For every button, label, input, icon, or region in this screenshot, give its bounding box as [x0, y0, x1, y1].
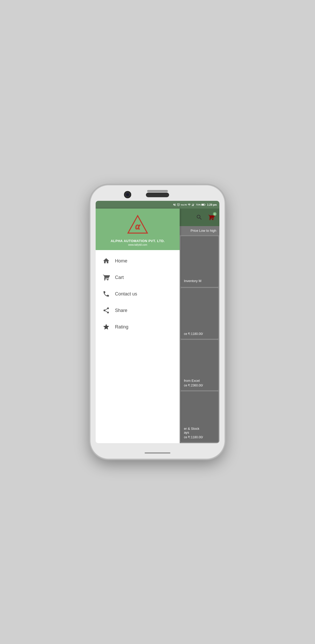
- app-content: α ALPHA AUTOMATION PVT. LTD. www.tallytd…: [96, 209, 219, 443]
- sidebar-drawer: α ALPHA AUTOMATION PVT. LTD. www.tallytd…: [96, 209, 180, 443]
- company-url: www.tallytdl.com: [128, 243, 147, 246]
- volte-label: VoLTE: [181, 204, 187, 206]
- wifi-icon: [188, 203, 191, 206]
- nav-label-rating: Rating: [115, 324, 128, 330]
- svg-text:α: α: [135, 221, 140, 231]
- home-icon: [102, 257, 110, 265]
- battery-icon: [201, 203, 205, 206]
- nav-label-cart: Cart: [115, 275, 124, 280]
- time-label: 1:29 pm: [207, 203, 217, 206]
- product-price-2: ce ₹:2360.00/: [184, 384, 215, 387]
- svg-rect-3: [193, 204, 194, 206]
- main-content-panel: 3 Price Low to high Inventory M ce ₹:118…: [180, 209, 219, 443]
- product-price-1: ce ₹:1180.00/: [184, 332, 215, 336]
- nav-label-contact: Contact us: [115, 291, 137, 297]
- product-card-1[interactable]: ce ₹:1180.00/: [181, 288, 218, 339]
- company-logo: α: [126, 214, 149, 237]
- phone-frame: VoLTE 71%: [90, 185, 225, 459]
- battery-label: 71%: [196, 203, 201, 206]
- cart-button[interactable]: 3: [207, 213, 215, 221]
- contact-icon: [102, 290, 110, 298]
- search-button[interactable]: [195, 213, 203, 221]
- mute-icon: [173, 203, 176, 206]
- product-card-label: Inventory M: [181, 236, 218, 287]
- status-bar: VoLTE 71%: [96, 201, 219, 209]
- main-header: 3: [180, 209, 219, 226]
- product-price-3: ce ₹:1180.00/: [184, 435, 215, 439]
- sidebar-header: α ALPHA AUTOMATION PVT. LTD. www.tallytd…: [96, 209, 180, 250]
- camera: [124, 191, 131, 198]
- company-name: ALPHA AUTOMATION PVT. LTD.: [111, 239, 165, 243]
- cart-badge: 3: [213, 212, 217, 216]
- nav-label-home: Home: [115, 258, 127, 264]
- share-icon: [102, 306, 110, 315]
- svg-rect-2: [193, 205, 193, 206]
- status-icons: VoLTE 71%: [173, 203, 217, 206]
- product-card-3[interactable]: er & Stock ays ce ₹:1180.00/: [181, 391, 218, 442]
- svg-rect-1: [192, 205, 193, 206]
- product-card-2[interactable]: from Excel ce ₹:2360.00/: [181, 340, 218, 391]
- svg-rect-0: [192, 205, 192, 206]
- search-icon: [196, 214, 203, 221]
- cart-icon: [102, 273, 110, 282]
- nav-label-share: Share: [115, 308, 127, 313]
- nav-item-share[interactable]: Share: [96, 302, 180, 319]
- nav-item-rating[interactable]: Rating: [96, 319, 180, 335]
- nav-item-cart[interactable]: Cart: [96, 269, 180, 286]
- product-title-2: from Excel: [184, 379, 215, 383]
- product-section-title: Inventory M: [184, 279, 215, 283]
- speaker: [146, 193, 169, 197]
- svg-rect-5: [202, 204, 204, 205]
- product-title-3: er & Stock ays: [184, 427, 215, 434]
- signal-icon: [192, 203, 195, 206]
- nav-item-home[interactable]: Home: [96, 253, 180, 269]
- screen: VoLTE 71%: [96, 201, 219, 443]
- star-icon: [102, 323, 110, 331]
- nav-item-contact[interactable]: Contact us: [96, 286, 180, 302]
- sort-bar[interactable]: Price Low to high: [180, 226, 219, 235]
- product-list: Inventory M ce ₹:1180.00/ from Excel ce …: [180, 235, 219, 443]
- home-indicator: [145, 452, 170, 453]
- alarm-icon: [177, 203, 180, 206]
- nav-menu: Home Cart: [96, 250, 180, 443]
- sort-label: Price Low to high: [190, 229, 216, 233]
